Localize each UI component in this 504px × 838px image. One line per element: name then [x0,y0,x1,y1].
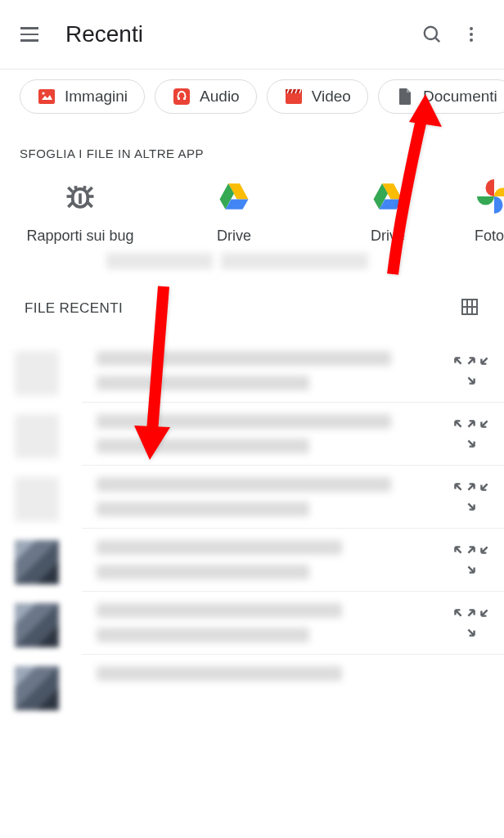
arrow-tr-icon [466,356,476,366]
svg-line-22 [88,187,92,192]
arrow-tl-icon [453,482,463,492]
svg-point-3 [470,33,473,36]
top-bar: Recenti [0,0,504,70]
file-list [0,340,504,692]
expand-button[interactable] [453,605,489,641]
app-drive-2[interactable]: Drive [311,177,465,245]
app-drive-1[interactable]: Drive [157,177,311,245]
file-item[interactable] [82,403,504,466]
arrow-tl-icon [453,608,463,618]
arrow-br-icon [466,439,476,448]
chip-label: Immagini [65,88,128,106]
file-text [97,351,453,390]
file-item[interactable] [82,529,504,592]
app-photos[interactable]: Foto [465,177,504,245]
arrow-tl-icon [453,419,463,429]
app-label: Rapporti sui bug [26,228,133,245]
file-text [97,666,489,681]
menu-button[interactable] [13,18,46,51]
file-text [97,477,453,516]
image-icon [37,87,56,106]
file-text [97,603,453,642]
chip-images[interactable]: Immagini [20,79,145,114]
grid-icon [460,297,479,317]
arrow-bl-icon [479,356,489,366]
photos-icon [475,177,504,216]
audio-icon [172,87,191,106]
drive-icon [214,177,254,216]
arrow-br-icon [466,628,476,638]
file-item[interactable] [82,466,504,529]
app-label: Foto [475,228,504,245]
chip-video[interactable]: Video [267,79,368,114]
bug-icon [61,177,100,216]
expand-button[interactable] [453,353,489,389]
search-button[interactable] [412,15,452,54]
svg-rect-5 [38,89,55,104]
file-thumbnail [15,351,59,395]
svg-line-21 [68,187,73,192]
search-icon [421,24,443,45]
file-text [97,414,453,453]
document-icon [395,87,415,106]
arrow-tl-icon [453,356,463,366]
more-button[interactable] [452,15,491,54]
file-thumbnail [15,540,59,584]
chip-audio[interactable]: Audio [155,79,257,114]
recent-files-title: FILE RECENTI [25,300,123,317]
svg-line-1 [435,38,439,42]
arrow-br-icon [466,502,476,511]
arrow-bl-icon [479,419,489,429]
recent-files-header: FILE RECENTI [0,277,504,340]
file-text [97,540,453,579]
app-bug-reports[interactable]: Rapporti sui bug [3,177,157,245]
expand-button[interactable] [453,416,489,452]
arrow-bl-icon [479,545,489,555]
expand-button[interactable] [453,542,489,578]
grid-view-button[interactable] [460,297,479,320]
arrow-br-icon [466,376,476,385]
chip-documents[interactable]: Documenti [378,79,504,114]
arrow-bl-icon [479,482,489,492]
svg-point-6 [42,92,44,94]
svg-point-4 [470,38,473,42]
svg-point-2 [470,27,473,30]
filter-chips-row: Immagini Audio Video Documenti [0,70,504,124]
svg-line-19 [68,202,73,207]
file-thumbnail [15,414,59,458]
svg-rect-8 [178,97,180,100]
arrow-bl-icon [479,608,489,618]
video-icon [284,87,304,106]
more-vert-icon [461,25,481,44]
browse-section-title: SFOGLIA I FILE IN ALTRE APP [0,124,504,177]
arrow-tr-icon [466,482,476,492]
arrow-tl-icon [453,545,463,555]
chip-label: Video [312,88,351,106]
drive-icon [368,177,407,216]
arrow-tr-icon [466,419,476,429]
file-thumbnail [15,477,59,521]
blurred-apps-row [0,245,504,277]
svg-rect-9 [183,97,186,100]
hamburger-icon [20,27,38,42]
svg-line-20 [88,202,92,207]
expand-button[interactable] [453,479,489,515]
file-item[interactable] [82,655,504,692]
file-thumbnail [15,603,59,647]
app-label: Drive [371,228,405,245]
arrow-tr-icon [466,608,476,618]
file-item[interactable] [82,340,504,403]
svg-point-0 [425,27,437,39]
arrow-br-icon [466,565,476,574]
apps-row: Rapporti sui bug Drive Drive Foto [0,177,504,245]
page-title: Recenti [65,21,412,47]
file-item[interactable] [82,592,504,655]
chip-label: Audio [200,88,240,106]
app-label: Drive [217,228,251,245]
arrow-tr-icon [466,545,476,555]
chip-label: Documenti [423,88,497,106]
file-thumbnail [15,666,59,710]
